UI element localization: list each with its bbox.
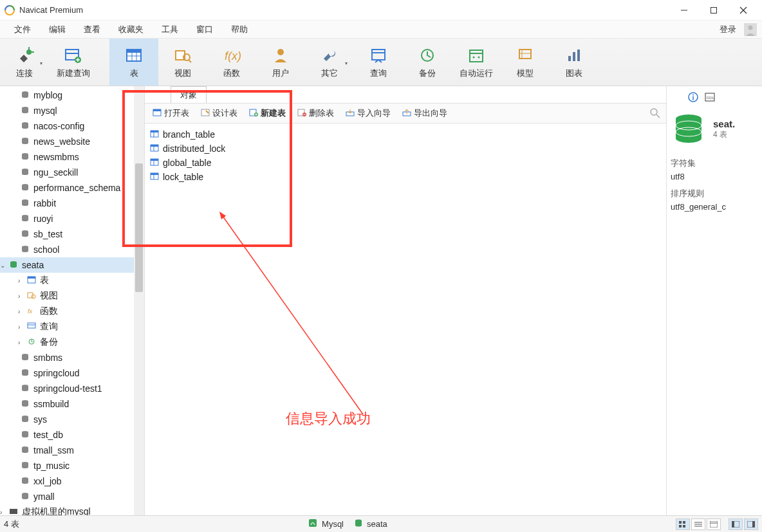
sidebar-scrollbar[interactable]	[134, 86, 144, 515]
tool-autorun[interactable]: 自动运行	[452, 39, 501, 86]
tool-table[interactable]: 表	[109, 39, 158, 86]
db-item[interactable]: smbms	[0, 350, 144, 365]
svg-rect-47	[28, 277, 35, 279]
db-item[interactable]: springcloud	[0, 365, 144, 381]
view-list-button[interactable]	[691, 518, 705, 530]
search-icon[interactable]	[649, 107, 661, 119]
db-item[interactable]: myblog	[0, 87, 144, 103]
tool-new-query[interactable]: 新建查询	[49, 39, 98, 86]
view-grid-button[interactable]	[676, 518, 690, 530]
svg-rect-2	[711, 7, 717, 13]
delete-table-button[interactable]: 删除表	[295, 106, 337, 120]
menu-window[interactable]: 窗口	[187, 21, 222, 39]
status-left: 4 表	[4, 518, 19, 530]
user-avatar-icon[interactable]	[744, 23, 757, 36]
tree-backup[interactable]: ›备份	[0, 335, 144, 350]
database-icon	[21, 198, 30, 208]
model-icon	[516, 46, 535, 65]
open-table-button[interactable]: 打开表	[150, 106, 192, 120]
menu-favorites[interactable]: 收藏夹	[109, 21, 153, 39]
db-item[interactable]: sys	[0, 412, 144, 427]
svg-text:fx: fx	[28, 308, 33, 315]
login-link[interactable]: 登录	[714, 24, 741, 35]
db-item[interactable]: ›虚拟机里的mysql	[0, 504, 144, 515]
tool-function-label: 函数	[223, 68, 240, 79]
db-item[interactable]: newsmbms	[0, 149, 144, 165]
table-row[interactable]: global_table	[150, 156, 661, 170]
tool-chart[interactable]: 图表	[550, 39, 599, 86]
status-database[interactable]: seata	[349, 518, 393, 529]
table-icon	[27, 275, 36, 286]
ddl-icon[interactable]: DDL	[704, 91, 716, 105]
import-wizard-button[interactable]: 导入向导	[343, 106, 393, 120]
menu-edit[interactable]: 编辑	[40, 21, 75, 39]
db-item[interactable]: ruoyi	[0, 211, 144, 226]
design-table-button[interactable]: 设计表	[198, 106, 240, 120]
minimize-button[interactable]	[669, 0, 699, 21]
new-table-button[interactable]: 新建表	[246, 106, 288, 120]
tree-functions[interactable]: ›fx函数	[0, 304, 144, 319]
tool-other[interactable]: ▾ 其它	[305, 39, 354, 86]
table-row[interactable]: branch_table	[150, 127, 661, 142]
menu-file[interactable]: 文件	[5, 21, 40, 39]
menu-help[interactable]: 帮助	[222, 21, 257, 39]
tool-view[interactable]: 视图	[158, 39, 207, 86]
close-button[interactable]	[729, 0, 758, 21]
db-item[interactable]: nacos-config	[0, 118, 144, 134]
svg-text:DDL: DDL	[707, 96, 715, 100]
db-item[interactable]: springcloud-test1	[0, 381, 144, 396]
status-bar: 4 表 Mysql seata	[0, 515, 762, 532]
tree-tables[interactable]: ›表	[0, 273, 144, 288]
db-item[interactable]: mysql	[0, 103, 144, 118]
tool-connect-label: 连接	[16, 68, 33, 79]
db-item[interactable]: test_db	[0, 427, 144, 443]
db-item[interactable]: sb_test	[0, 226, 144, 242]
db-item[interactable]: tp_music	[0, 458, 144, 473]
tool-backup[interactable]: 备份	[403, 39, 452, 86]
svg-rect-98	[679, 521, 682, 524]
chevron-down-icon: ▾	[40, 60, 42, 66]
menu-view[interactable]: 查看	[75, 21, 109, 39]
db-item[interactable]: xxl_job	[0, 473, 144, 489]
export-wizard-button[interactable]: 导出向导	[400, 106, 450, 120]
scrollbar-thumb[interactable]	[135, 163, 143, 292]
menu-tools[interactable]: 工具	[153, 21, 187, 39]
tree-views[interactable]: ›视图	[0, 288, 144, 304]
tool-query[interactable]: 查询	[354, 39, 403, 86]
tool-connect[interactable]: ▾ 连接	[0, 39, 49, 86]
database-icon	[21, 383, 30, 394]
db-item[interactable]: ngu_seckill	[0, 165, 144, 180]
function-icon: f(x)	[222, 46, 241, 65]
wrench-icon	[320, 46, 339, 65]
db-item[interactable]: ymall	[0, 489, 144, 504]
tool-user[interactable]: 用户	[256, 39, 305, 86]
database-tree[interactable]: myblog mysql nacos-config news_website n…	[0, 86, 144, 515]
table-row[interactable]: distributed_lock	[150, 142, 661, 156]
svg-rect-90	[692, 96, 694, 100]
db-item[interactable]: ssmbuild	[0, 396, 144, 412]
status-connection[interactable]: Mysql	[302, 518, 349, 530]
svg-rect-110	[752, 521, 755, 527]
tool-function[interactable]: f(x) 函数	[207, 39, 256, 86]
calendar-icon	[467, 46, 486, 65]
table-row[interactable]: lock_table	[150, 170, 661, 184]
toggle-left-panel-button[interactable]	[729, 518, 743, 530]
svg-rect-99	[683, 521, 685, 524]
info-icon[interactable]	[687, 91, 699, 105]
toggle-right-panel-button[interactable]	[744, 518, 758, 530]
db-item[interactable]: tmall_ssm	[0, 443, 144, 458]
svg-rect-51	[28, 323, 35, 328]
tool-model[interactable]: 模型	[501, 39, 550, 86]
db-item[interactable]: performance_schema	[0, 180, 144, 196]
db-item[interactable]: rabbit	[0, 196, 144, 211]
tab-objects[interactable]: 对象	[171, 86, 207, 103]
db-item[interactable]: news_website	[0, 134, 144, 149]
table-list[interactable]: branch_table distributed_lock global_tab…	[145, 124, 666, 188]
tree-queries[interactable]: ›查询	[0, 319, 144, 335]
view-detail-button[interactable]	[707, 518, 721, 530]
db-item[interactable]: school	[0, 242, 144, 257]
db-item-seata[interactable]: ⌄ seata	[0, 257, 144, 273]
maximize-button[interactable]	[699, 0, 729, 21]
svg-rect-28	[519, 50, 531, 59]
tool-other-label: 其它	[321, 68, 338, 79]
